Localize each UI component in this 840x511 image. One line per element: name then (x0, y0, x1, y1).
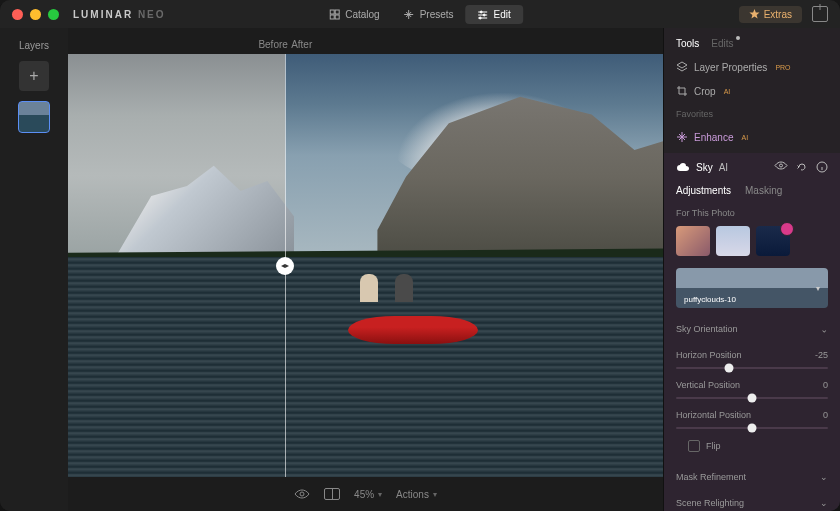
canoe (348, 316, 478, 344)
ai-badge: AI (741, 134, 748, 141)
sky-preset-2[interactable] (716, 226, 750, 256)
actions-dropdown[interactable]: Actions ▾ (396, 489, 437, 500)
brand-prefix: LUMINAR (73, 9, 133, 20)
top-mode-switch: Catalog Presets Edit (317, 5, 523, 24)
layer-thumbnail[interactable] (18, 101, 50, 133)
sky-preset-3[interactable] (756, 226, 790, 256)
zoom-dropdown[interactable]: 45% ▾ (354, 489, 382, 500)
horizon-slider[interactable] (676, 362, 828, 374)
sky-sub-tabs: Adjustments Masking (664, 181, 840, 204)
scene-relighting-header[interactable]: Scene Relighting ⌄ (664, 490, 840, 511)
compare-view-toggle[interactable] (324, 488, 340, 500)
extras-label: Extras (764, 9, 792, 20)
window-controls (12, 9, 59, 20)
add-layer-button[interactable]: + (19, 61, 49, 91)
tab-tools-label: Tools (676, 38, 699, 49)
enhance-row[interactable]: Enhance AI (664, 125, 840, 149)
horizontal-row: Horizontal Position 0 (676, 410, 828, 420)
sky-panel-header[interactable]: Sky AI (664, 153, 840, 181)
slider-track (676, 367, 828, 369)
panel-tabs: Tools Edits (664, 28, 840, 55)
horizontal-slider[interactable] (676, 422, 828, 434)
crop-label: Crop (694, 86, 716, 97)
chevron-down-icon: ⌄ (820, 472, 828, 482)
layers-title: Layers (19, 40, 49, 51)
image-canvas[interactable]: ◂▸ (68, 54, 663, 477)
close-window-button[interactable] (12, 9, 23, 20)
vertical-value: 0 (823, 380, 828, 390)
flip-row: Flip (676, 434, 828, 458)
tab-edits[interactable]: Edits (711, 38, 733, 49)
selected-sky-preset[interactable]: puffyclouds-10 ▾ (676, 268, 828, 308)
before-label: Before (258, 39, 287, 50)
ai-badge: AI (719, 162, 728, 173)
flip-checkbox[interactable] (688, 440, 700, 452)
compare-handle[interactable]: ◂▸ (276, 257, 294, 275)
sky-preset-row (664, 222, 840, 260)
grid-icon (329, 9, 340, 20)
before-after-labels: Before After (68, 28, 663, 54)
crop-row[interactable]: Crop AI (664, 79, 840, 103)
sky-orientation-header[interactable]: Sky Orientation ⌃ (664, 316, 840, 342)
tab-tools[interactable]: Tools (676, 38, 699, 49)
maximize-window-button[interactable] (48, 9, 59, 20)
chevron-down-icon: ⌄ (820, 498, 828, 508)
horizon-row: Horizon Position -25 (676, 350, 828, 360)
horizontal-label: Horizontal Position (676, 410, 751, 420)
chevron-down-icon: ▾ (433, 490, 437, 499)
svg-point-5 (484, 14, 486, 16)
vertical-slider[interactable] (676, 392, 828, 404)
sky-preset-1[interactable] (676, 226, 710, 256)
sky-title: Sky (696, 162, 713, 173)
top-right-controls: Extras (739, 6, 828, 23)
svg-rect-3 (335, 15, 339, 19)
layers-column: Layers + (0, 28, 68, 511)
horizon-value: -25 (815, 350, 828, 360)
svg-rect-2 (330, 15, 334, 19)
slider-knob[interactable] (748, 394, 757, 403)
titlebar: LUMINAR NEO Catalog Presets Edit (0, 0, 840, 28)
star-icon (749, 9, 760, 20)
eye-icon[interactable] (774, 161, 788, 173)
vertical-row: Vertical Position 0 (676, 380, 828, 390)
undo-icon[interactable] (796, 161, 808, 173)
after-label: After (291, 39, 312, 50)
extras-button[interactable]: Extras (739, 6, 802, 23)
eye-icon[interactable] (294, 489, 310, 499)
tab-edits-label: Edits (711, 38, 733, 49)
share-button[interactable] (812, 6, 828, 22)
tab-masking[interactable]: Masking (745, 185, 782, 196)
layer-properties-row[interactable]: Layer Properties PRO (664, 55, 840, 79)
pro-badge: PRO (775, 64, 790, 71)
figure-2 (395, 274, 413, 302)
brand-suffix: NEO (138, 9, 166, 20)
tab-adjustments-label: Adjustments (676, 185, 731, 196)
scene-relighting-label: Scene Relighting (676, 498, 744, 508)
catalog-button[interactable]: Catalog (317, 5, 391, 24)
svg-point-8 (780, 164, 783, 167)
tab-adjustments[interactable]: Adjustments (676, 185, 731, 196)
svg-point-6 (480, 17, 482, 19)
selected-sky-label: puffyclouds-10 (684, 295, 736, 304)
enhance-label: Enhance (694, 132, 733, 143)
app-brand: LUMINAR NEO (73, 9, 166, 20)
svg-rect-0 (330, 10, 334, 14)
figure-1 (360, 274, 378, 302)
tab-masking-label: Masking (745, 185, 782, 196)
cloud-icon (676, 162, 690, 172)
minimize-window-button[interactable] (30, 9, 41, 20)
sky-orientation-label: Sky Orientation (676, 324, 738, 334)
sky-orientation-sliders: Horizon Position -25 Vertical Position 0 (664, 342, 840, 464)
mask-refinement-header[interactable]: Mask Refinement ⌄ (664, 464, 840, 490)
favorites-section-label: Favorites (664, 103, 840, 125)
svg-rect-1 (335, 10, 339, 14)
presets-button[interactable]: Presets (392, 5, 466, 24)
slider-knob[interactable] (725, 364, 734, 373)
sliders-icon (478, 9, 489, 20)
info-icon[interactable] (816, 161, 828, 173)
chevron-up-icon: ⌃ (820, 324, 828, 334)
bottom-toolbar: 45% ▾ Actions ▾ (68, 477, 663, 511)
edit-button[interactable]: Edit (466, 5, 523, 24)
actions-label: Actions (396, 489, 429, 500)
slider-knob[interactable] (748, 424, 757, 433)
